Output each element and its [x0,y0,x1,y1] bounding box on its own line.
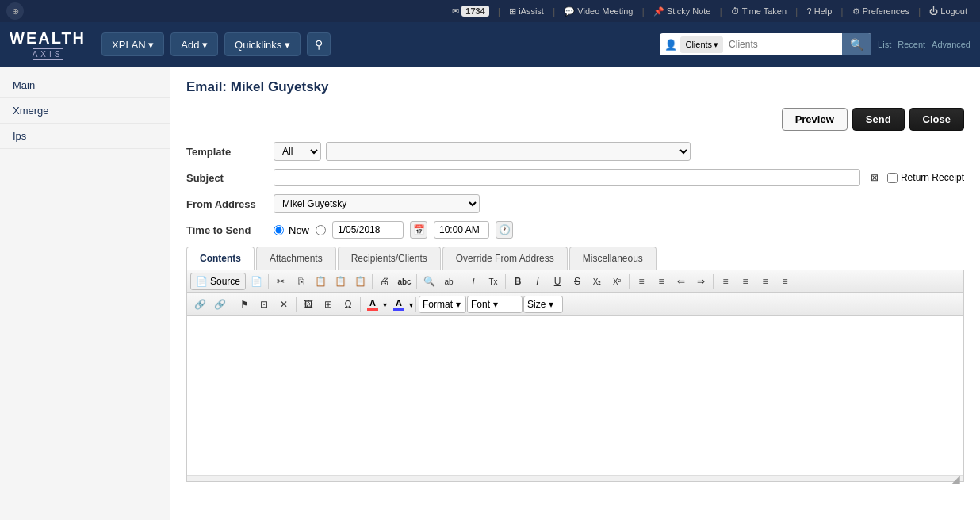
nav-search-icon[interactable]: ⚲ [307,32,331,56]
time-scheduled-radio[interactable] [316,225,326,235]
italic-button[interactable]: I [528,273,547,290]
time-taken-button[interactable]: ⏱ Time Taken [725,2,793,20]
return-receipt-checkbox[interactable] [887,173,898,183]
source-button[interactable]: 📄 Source [190,273,246,290]
time-now-radio[interactable] [274,225,284,235]
form-area: Template All Subject ⊠ [186,142,964,239]
template-type-select[interactable]: All [274,142,321,161]
template-button[interactable]: ⊡ [255,296,274,313]
align-justify-button[interactable]: ≡ [775,273,794,290]
mail-button[interactable]: ✉ 1734 [446,2,495,20]
search-input[interactable] [726,36,837,52]
align-right-button[interactable]: ≡ [756,273,775,290]
video-label: Video Meeting [577,6,633,16]
underline-button[interactable]: U [548,273,567,290]
italic-a-button[interactable]: I [464,273,483,290]
font-label: Font [471,299,490,310]
preferences-button[interactable]: ⚙ Preferences [846,2,916,20]
content-area: Email: Mikel Guyetsky Preview Send Close… [170,67,980,520]
bg-color-arrow[interactable]: ▾ [409,300,413,309]
subject-input[interactable] [274,169,860,186]
image-button[interactable]: 🖼 [299,296,318,313]
bg-color-button[interactable]: A [389,296,408,313]
table-button[interactable]: ⊞ [319,296,338,313]
sidebar-item-main[interactable]: Main [0,73,170,98]
add-button[interactable]: Add ▾ [170,32,218,56]
paste-button[interactable]: 📋 [311,273,330,290]
replace-button[interactable]: ab [439,273,458,290]
font-color-button[interactable]: A [363,296,382,313]
align-left-button[interactable]: ≡ [716,273,735,290]
search-type-button[interactable]: Clients ▾ [680,36,723,53]
copy-button[interactable]: ⎘ [291,273,310,290]
size-dropdown[interactable]: Size ▾ [523,296,563,313]
iassist-button[interactable]: ⊞ iAssist [503,2,550,20]
tab-override[interactable]: Override From Address [442,247,568,270]
xplan-button[interactable]: XPLAN ▾ [101,32,164,56]
unordered-list-button[interactable]: ≡ [652,273,671,290]
subject-clear-button[interactable]: ⊠ [865,169,884,186]
calendar-button[interactable]: 📅 [410,221,427,239]
cut-button[interactable]: ✂ [271,273,290,290]
search-go-button[interactable]: 🔍 [842,33,871,55]
print-button[interactable]: 🖨 [375,273,394,290]
paste-text-button[interactable]: 📋 [331,273,350,290]
clock-button[interactable]: 🕐 [496,221,513,239]
link-button[interactable]: 🔗 [190,296,209,313]
time-value-input[interactable] [434,221,489,239]
format-dropdown[interactable]: Format ▾ [419,296,466,313]
search-recent-link[interactable]: Recent [898,40,925,49]
video-meeting-button[interactable]: 💬 Video Meeting [557,2,639,20]
outdent-button[interactable]: ⇐ [672,273,691,290]
logout-button[interactable]: ⏻ Logout [923,2,974,20]
italic-a-icon: I [473,277,475,286]
toolbar-row2: 🔗 🔗 ⚑ ⊡ ✕ 🖼 ⊞ Ω A ▾ [187,293,963,316]
bg-color-bar [393,308,404,311]
close-button[interactable]: Close [909,108,964,131]
send-button[interactable]: Send [852,108,905,131]
paste-word-button[interactable]: 📋 [350,273,369,290]
strikethrough-button[interactable]: S [568,273,587,290]
superscript-button[interactable]: X² [607,273,626,290]
align-right-icon: ≡ [763,276,768,287]
font-color-arrow[interactable]: ▾ [383,300,387,309]
special-char-button[interactable]: Ω [339,296,358,313]
from-address-label: From Address [186,198,274,210]
indent-button[interactable]: ⇒ [691,273,710,290]
search-advanced-link[interactable]: Advanced [932,40,970,49]
sidebar-item-xmerge[interactable]: Xmerge [0,98,170,124]
quicklinks-button[interactable]: Quicklinks ▾ [224,32,301,56]
page-title: Email: Mikel Guyetsky [186,79,964,95]
clear-format-button[interactable]: Tx [484,273,503,290]
align-center-button[interactable]: ≡ [736,273,755,290]
help-button[interactable]: ? Help [801,2,839,20]
subscript-button[interactable]: X₂ [588,273,607,290]
new-doc-button[interactable]: 📄 [247,273,266,290]
template-select[interactable] [326,142,691,161]
tab-miscellaneous[interactable]: Miscellaneous [569,247,657,270]
spellcheck-icon: abc [397,277,411,286]
font-color-a: A [369,299,376,308]
image-icon: 🖼 [304,299,313,310]
ordered-list-button[interactable]: ≡ [632,273,651,290]
preview-button[interactable]: Preview [782,108,848,131]
font-dropdown[interactable]: Font ▾ [467,296,523,313]
bold-button[interactable]: B [508,273,527,290]
spellcheck-button[interactable]: abc [395,273,414,290]
editor-resizer[interactable]: ◢ [187,475,963,481]
time-date-input[interactable] [332,221,404,239]
sidebar-item-ips[interactable]: Ips [0,124,170,149]
unlink-button[interactable]: 🔗 [210,296,229,313]
search-list-link[interactable]: List [878,40,891,49]
from-address-select[interactable]: Mikel Guyetsky [274,194,480,213]
remove-button[interactable]: ✕ [274,296,293,313]
tab-recipients[interactable]: Recipients/Clients [338,247,441,270]
tab-attachments[interactable]: Attachments [256,247,336,270]
editor-content[interactable] [187,316,963,475]
subject-row: Subject ⊠ Return Receipt [186,169,964,186]
tab-contents[interactable]: Contents [186,247,255,270]
top-bar-left: ⊕ [6,2,24,20]
sticky-note-button[interactable]: 📌 Sticky Note [647,2,718,20]
flag-button[interactable]: ⚑ [235,296,254,313]
find-button[interactable]: 🔍 [419,273,438,290]
